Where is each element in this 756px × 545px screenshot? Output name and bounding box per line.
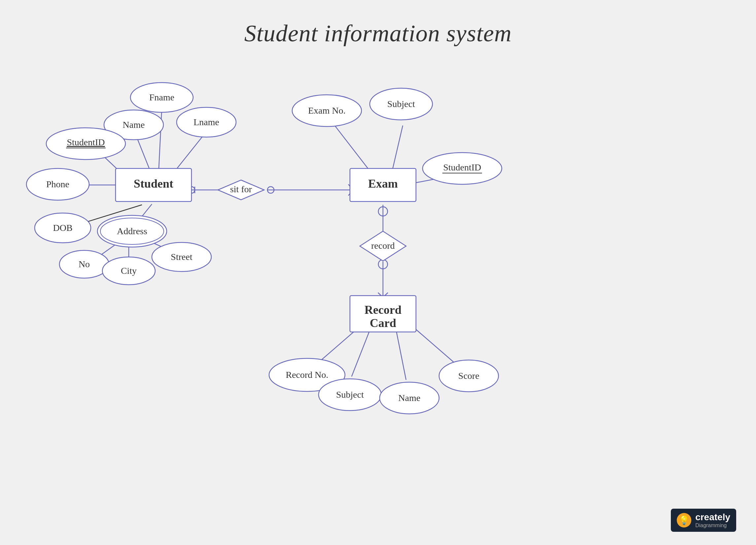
svg-text:Lname: Lname xyxy=(193,117,219,127)
svg-text:StudentID: StudentID xyxy=(67,137,105,147)
svg-text:Score: Score xyxy=(458,371,479,381)
svg-text:Card: Card xyxy=(370,317,396,330)
svg-text:Fname: Fname xyxy=(149,92,174,102)
svg-text:Address: Address xyxy=(117,226,147,236)
svg-line-28 xyxy=(396,330,406,380)
svg-text:Street: Street xyxy=(171,252,192,262)
logo-bulb-icon: 💡 xyxy=(677,513,691,528)
svg-line-17 xyxy=(333,124,373,175)
svg-text:Record No.: Record No. xyxy=(286,370,328,380)
er-diagram: sit for record Student Exam Record Card … xyxy=(0,0,756,545)
svg-text:Exam No.: Exam No. xyxy=(308,105,346,116)
svg-text:sit for: sit for xyxy=(230,184,252,194)
svg-text:No: No xyxy=(79,259,90,269)
svg-text:Name: Name xyxy=(123,119,145,130)
svg-line-29 xyxy=(409,324,459,367)
svg-text:DOB: DOB xyxy=(53,222,72,233)
svg-text:City: City xyxy=(121,265,137,276)
svg-text:record: record xyxy=(371,240,395,251)
logo-tagline: Diagramming xyxy=(695,523,730,528)
svg-text:StudentID: StudentID xyxy=(443,162,481,172)
svg-text:Name: Name xyxy=(398,393,421,403)
svg-text:Subject: Subject xyxy=(336,390,364,400)
svg-line-27 xyxy=(352,330,370,377)
svg-line-18 xyxy=(391,125,403,175)
logo-brand-name: creately xyxy=(695,512,730,523)
svg-text:Subject: Subject xyxy=(387,99,415,109)
svg-text:Record: Record xyxy=(364,303,401,317)
svg-text:Phone: Phone xyxy=(46,179,69,189)
svg-text:Exam: Exam xyxy=(368,177,398,190)
svg-text:Student: Student xyxy=(134,177,173,190)
creately-logo: 💡 creately Diagramming xyxy=(671,509,736,532)
